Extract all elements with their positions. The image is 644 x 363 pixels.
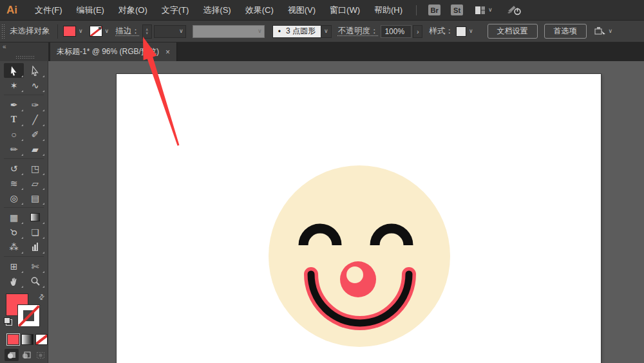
magic-wand-tool[interactable]: ✶ bbox=[4, 78, 24, 93]
perspective-grid-icon: ▤ bbox=[31, 193, 39, 203]
style-label[interactable]: 样式： bbox=[429, 26, 453, 37]
document-tab[interactable]: 未标题-1* @ 96% (RGB/预览) × bbox=[50, 42, 177, 61]
rotate-tool[interactable]: ↺ bbox=[4, 161, 24, 176]
gpu-performance-button[interactable] bbox=[507, 5, 522, 16]
selection-tool[interactable] bbox=[4, 63, 24, 78]
zoom-tool[interactable] bbox=[25, 274, 45, 288]
draw-behind-button[interactable] bbox=[19, 349, 33, 361]
menu-item-effect[interactable]: 效果(C) bbox=[238, 0, 281, 21]
ellipse-icon: ○ bbox=[11, 129, 16, 140]
pen-tool[interactable]: ✒ bbox=[4, 97, 24, 112]
slice-icon: ✄ bbox=[32, 261, 39, 272]
eyedropper-tool[interactable]: ⚲ bbox=[4, 225, 24, 239]
paintbrush-tool[interactable]: ✐ bbox=[25, 127, 45, 142]
gradient-tool[interactable] bbox=[25, 210, 45, 225]
line-segment-icon: ╱ bbox=[32, 115, 37, 125]
style-swatch[interactable] bbox=[456, 26, 466, 37]
stroke-weight-dropdown[interactable]: ∨ bbox=[154, 25, 186, 38]
shape-builder-tool[interactable]: ◎ bbox=[4, 191, 24, 205]
column-graph-tool[interactable] bbox=[25, 239, 45, 254]
scale-tool[interactable]: ◳ bbox=[25, 161, 45, 176]
width-icon: ≋ bbox=[10, 178, 18, 189]
free-transform-tool[interactable]: ▱ bbox=[25, 176, 45, 191]
collapse-panel-icon[interactable]: « bbox=[3, 43, 6, 50]
curvature-icon: ✑ bbox=[32, 100, 39, 110]
preferences-button[interactable]: 首选项 bbox=[544, 24, 587, 39]
curvature-tool[interactable]: ✑ bbox=[25, 97, 45, 112]
stroke-color-swatch[interactable] bbox=[90, 26, 102, 37]
stock-badge[interactable]: St bbox=[451, 5, 463, 15]
gpu-rocket-icon bbox=[507, 5, 522, 16]
style-chevron-icon[interactable]: ∨ bbox=[469, 28, 473, 34]
menu-item-select[interactable]: 选择(S) bbox=[196, 0, 238, 21]
width-tool[interactable]: ≋ bbox=[4, 176, 24, 191]
close-tab-icon[interactable]: × bbox=[166, 48, 170, 57]
stroke-color-indicator[interactable] bbox=[17, 304, 40, 327]
direct-selection-tool[interactable] bbox=[25, 63, 45, 78]
lasso-tool[interactable]: ∿ bbox=[25, 78, 45, 93]
default-fill-stroke-icon[interactable] bbox=[4, 317, 12, 326]
draw-inside-button[interactable] bbox=[33, 349, 48, 361]
brush-chevron[interactable]: ∨ bbox=[321, 25, 332, 38]
default-fill-mini bbox=[4, 317, 10, 324]
canvas-area[interactable] bbox=[48, 61, 644, 363]
scale-icon: ◳ bbox=[31, 163, 39, 174]
menu-item-view[interactable]: 视图(V) bbox=[281, 0, 323, 21]
brush-definition-dropdown[interactable]: • 3 点圆形 bbox=[272, 25, 321, 38]
panel-grip[interactable] bbox=[15, 55, 35, 59]
perspective-grid-tool[interactable]: ▤ bbox=[25, 191, 45, 205]
opacity-field[interactable]: 100% bbox=[381, 25, 412, 38]
slice-tool[interactable]: ✄ bbox=[25, 259, 45, 274]
document-setup-button[interactable]: 文档设置 bbox=[488, 24, 538, 39]
menu-item-object[interactable]: 对象(O) bbox=[111, 0, 155, 21]
stroke-weight-label[interactable]: 描边： bbox=[115, 26, 140, 37]
blend-tool[interactable]: ❏ bbox=[25, 225, 45, 239]
bridge-badge[interactable]: Br bbox=[428, 5, 440, 15]
rotate-icon: ↺ bbox=[10, 163, 18, 174]
mesh-tool[interactable]: ▦ bbox=[4, 210, 24, 225]
swap-fill-stroke-icon[interactable]: ⇄ bbox=[37, 292, 47, 302]
menu-item-file[interactable]: 文件(F) bbox=[28, 0, 70, 21]
menu-item-help[interactable]: 帮助(H) bbox=[367, 0, 410, 21]
symbol-sprayer-tool[interactable]: ⁂ bbox=[4, 239, 24, 254]
hand-tool[interactable] bbox=[4, 274, 24, 288]
paint-mode-row bbox=[7, 334, 48, 345]
workspace-layout-icon bbox=[475, 6, 486, 15]
drawing-mode-row bbox=[5, 349, 48, 361]
artboard-tool[interactable]: ⊞ bbox=[4, 259, 24, 274]
pencil-tool[interactable]: ✏ bbox=[4, 142, 24, 156]
stepper-down-icon[interactable]: ∨ bbox=[146, 32, 148, 35]
draw-behind-icon bbox=[22, 351, 31, 359]
opacity-label[interactable]: 不透明度： bbox=[338, 26, 379, 37]
opacity-more-button[interactable]: › bbox=[413, 25, 422, 38]
ellipse-tool[interactable]: ○ bbox=[4, 127, 24, 142]
menu-item-type[interactable]: 文字(T) bbox=[155, 0, 196, 21]
type-icon: T bbox=[11, 115, 17, 125]
menu-item-window[interactable]: 窗口(W) bbox=[323, 0, 367, 21]
type-tool[interactable]: T bbox=[4, 112, 24, 127]
control-bar: 未选择对象 ∨ ∨ 描边： ∧ ∨ ∨ ∨ • 3 点圆形 ∨ 不透明度： 10… bbox=[0, 21, 644, 42]
stroke-weight-stepper[interactable]: ∧ ∨ bbox=[142, 24, 152, 39]
free-transform-icon: ▱ bbox=[32, 178, 39, 189]
direct-selection-icon bbox=[30, 66, 41, 76]
mesh-icon: ▦ bbox=[10, 212, 18, 223]
stroke-corner-mark bbox=[99, 27, 101, 30]
control-bar-grip[interactable] bbox=[1, 24, 5, 39]
fill-color-swatch[interactable] bbox=[63, 26, 76, 37]
menu-item-edit[interactable]: 编辑(E) bbox=[70, 0, 111, 21]
gradient-icon bbox=[30, 213, 40, 221]
line-segment-tool[interactable]: ╱ bbox=[25, 112, 45, 127]
gradient-mode-button[interactable] bbox=[21, 334, 33, 345]
color-mode-button[interactable] bbox=[7, 334, 19, 345]
menu-bar: Ai 文件(F)编辑(E)对象(O)文字(T)选择(S)效果(C)视图(V)窗口… bbox=[0, 0, 644, 21]
stroke-chevron-icon[interactable]: ∨ bbox=[105, 28, 109, 34]
illustrator-window: Ai 文件(F)编辑(E)对象(O)文字(T)选择(S)效果(C)视图(V)窗口… bbox=[0, 0, 644, 363]
select-similar-button[interactable]: ∨ bbox=[594, 26, 613, 36]
blend-icon: ❏ bbox=[31, 227, 39, 237]
none-mode-button[interactable] bbox=[35, 334, 48, 345]
fill-chevron-icon[interactable]: ∨ bbox=[79, 28, 83, 34]
draw-normal-button[interactable] bbox=[5, 349, 19, 361]
artboard[interactable] bbox=[117, 74, 601, 363]
workspace-switcher[interactable]: ∨ bbox=[475, 6, 493, 15]
eraser-tool[interactable]: ▰ bbox=[25, 142, 45, 156]
